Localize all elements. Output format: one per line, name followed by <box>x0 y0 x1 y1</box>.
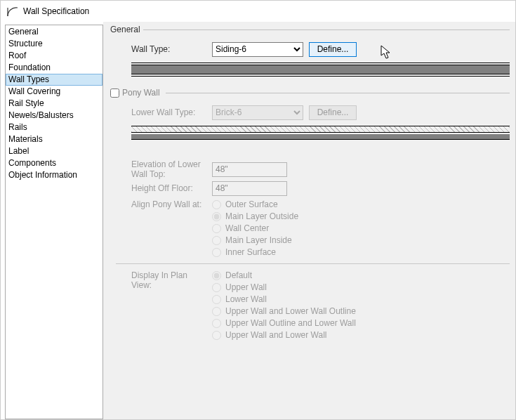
pony-wall-group: Pony Wall Lower Wall Type: Brick-6 Defin… <box>110 88 510 343</box>
window-title: Wall Specification <box>23 6 89 16</box>
wall-type-select[interactable]: Siding-6 <box>212 42 303 57</box>
pony-wall-legend: Pony Wall <box>122 88 160 98</box>
align-radio-label-2: Wall Center <box>225 223 269 233</box>
wall-specification-dialog: Wall Specification GeneralStructureRoofF… <box>0 0 516 420</box>
sidebar-item-foundation[interactable]: Foundation <box>6 62 102 74</box>
display-radio-group: DefaultUpper WallLower WallUpper Wall an… <box>212 268 356 342</box>
titlebar: Wall Specification <box>1 1 515 22</box>
sidebar-item-components[interactable]: Components <box>6 157 102 169</box>
height-off-floor-input[interactable] <box>212 181 287 196</box>
align-radio-4[interactable] <box>212 248 221 257</box>
height-off-floor-label: Height Off Floor: <box>110 183 212 193</box>
display-radio-4[interactable] <box>212 319 221 328</box>
divider <box>116 263 510 264</box>
display-radio-label-1: Upper Wall <box>225 282 267 292</box>
sidebar-item-newels-balusters[interactable]: Newels/Balusters <box>6 110 102 122</box>
sidebar-item-wall-covering[interactable]: Wall Covering <box>6 86 102 98</box>
display-radio-label-2: Lower Wall <box>225 294 267 304</box>
align-pony-label: Align Pony Wall at: <box>110 197 212 209</box>
align-radio-label-4: Inner Surface <box>225 247 276 257</box>
sidebar-item-wall-types[interactable]: Wall Types <box>6 74 102 86</box>
elevation-label: Elevation of Lower Wall Top: <box>110 159 212 179</box>
general-legend: General <box>110 25 143 34</box>
sidebar-item-rail-style[interactable]: Rail Style <box>6 98 102 110</box>
elevation-input[interactable] <box>212 162 287 177</box>
align-radio-label-1: Main Layer Outside <box>225 211 298 221</box>
sidebar-item-roof[interactable]: Roof <box>6 50 102 62</box>
sidebar-item-structure[interactable]: Structure <box>6 38 102 50</box>
align-radio-0[interactable] <box>212 200 221 209</box>
wall-preview-lower <box>131 126 510 143</box>
display-radio-label-5: Upper Wall and Lower Wall <box>225 330 327 340</box>
general-group: General Wall Type: Siding-6 Define... <box>110 25 510 81</box>
sidebar-item-label[interactable]: Label <box>6 145 102 157</box>
wall-arc-icon <box>6 5 19 18</box>
align-radio-group: Outer SurfaceMain Layer OutsideWall Cent… <box>212 197 298 259</box>
align-radio-1[interactable] <box>212 212 221 221</box>
wall-preview-upper <box>131 63 510 78</box>
display-radio-5[interactable] <box>212 331 221 340</box>
align-radio-3[interactable] <box>212 236 221 245</box>
lower-wall-type-select[interactable]: Brick-6 <box>212 105 303 120</box>
display-radio-label-0: Default <box>225 270 252 280</box>
settings-panel: General Wall Type: Siding-6 Define... <box>103 22 515 419</box>
sidebar-item-object-information[interactable]: Object Information <box>6 169 102 181</box>
display-radio-3[interactable] <box>212 307 221 316</box>
sidebar-item-general[interactable]: General <box>6 26 102 38</box>
display-radio-2[interactable] <box>212 295 221 304</box>
align-radio-2[interactable] <box>212 224 221 233</box>
display-radio-0[interactable] <box>212 271 221 280</box>
category-sidebar: GeneralStructureRoofFoundationWall Types… <box>5 25 103 419</box>
sidebar-item-rails[interactable]: Rails <box>6 122 102 133</box>
display-radio-label-3: Upper Wall and Lower Wall Outline <box>225 306 356 316</box>
align-radio-label-3: Main Layer Inside <box>225 235 292 245</box>
sidebar-item-materials[interactable]: Materials <box>6 133 102 145</box>
align-radio-label-0: Outer Surface <box>225 199 278 209</box>
define-wall-type-button[interactable]: Define... <box>309 42 357 57</box>
define-lower-wall-button[interactable]: Define... <box>309 105 357 120</box>
display-plan-label: Display In Plan View: <box>110 268 212 290</box>
display-radio-1[interactable] <box>212 283 221 292</box>
wall-type-label: Wall Type: <box>110 44 212 54</box>
pony-wall-checkbox[interactable] <box>110 88 119 98</box>
lower-wall-type-label: Lower Wall Type: <box>110 107 212 117</box>
display-radio-label-4: Upper Wall Outline and Lower Wall <box>225 318 356 328</box>
